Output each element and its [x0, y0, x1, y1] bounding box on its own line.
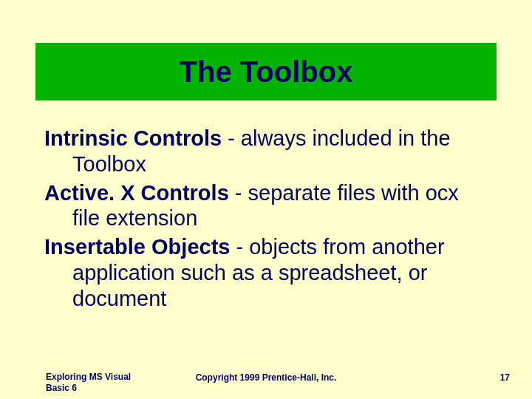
term: Insertable Objects — [44, 235, 230, 259]
list-item: Insertable Objects - objects from anothe… — [44, 234, 488, 311]
title-bar: The Toolbox — [35, 43, 497, 100]
list-item: Active. X Controls - separate files with… — [44, 180, 488, 232]
term: Intrinsic Controls — [44, 126, 222, 150]
list-item: Intrinsic Controls - always included in … — [44, 126, 488, 177]
slide-title: The Toolbox — [180, 55, 353, 89]
slide-footer: Exploring MS Visual Basic 6 Copyright 19… — [0, 366, 532, 396]
term: Active. X Controls — [44, 181, 229, 205]
footer-page-number: 17 — [500, 372, 510, 383]
footer-center: Copyright 1999 Prentice-Hall, Inc. — [0, 372, 532, 383]
slide-body: Intrinsic Controls - always included in … — [44, 126, 488, 315]
